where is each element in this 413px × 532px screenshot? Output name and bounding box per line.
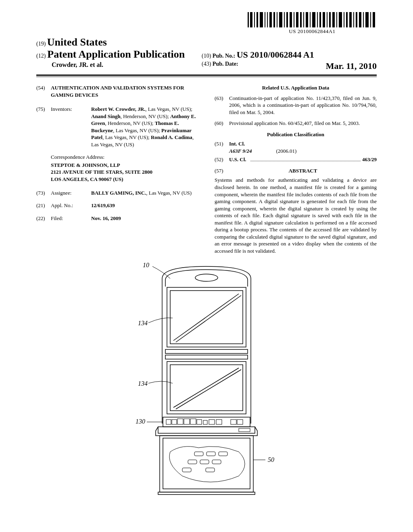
svg-rect-37	[370, 12, 371, 27]
applno-num: (21)	[36, 202, 51, 209]
svg-rect-69	[219, 452, 227, 456]
header: (19) United States (12) Patent Applicati…	[36, 36, 377, 71]
filed-block: (22) Filed: Nov. 16, 2009	[36, 215, 198, 222]
svg-rect-68	[206, 452, 215, 456]
svg-rect-46	[165, 349, 248, 353]
svg-rect-71	[200, 460, 209, 464]
svg-rect-16	[300, 12, 302, 27]
country: United States	[47, 36, 107, 48]
svg-rect-75	[158, 492, 255, 495]
pubdate-value: Mar. 11, 2010	[326, 61, 377, 71]
svg-rect-27	[336, 12, 337, 27]
svg-rect-17	[303, 12, 304, 27]
svg-rect-7	[269, 12, 272, 27]
figure: 10 134 134 130 50	[36, 262, 377, 498]
assignee-num: (73)	[36, 189, 51, 197]
svg-rect-74	[206, 468, 215, 472]
svg-line-50	[173, 368, 239, 407]
svg-rect-35	[363, 12, 364, 27]
svg-rect-36	[365, 12, 369, 27]
svg-rect-22	[319, 12, 321, 27]
intcl-version: (2006.01)	[276, 148, 296, 155]
intcl-label: Int. Cl.	[229, 140, 377, 148]
svg-rect-6	[267, 12, 268, 27]
svg-rect-13	[290, 12, 292, 27]
svg-rect-25	[329, 12, 331, 27]
fig-label-10: 10	[143, 262, 149, 268]
fig-label-134a: 134	[138, 320, 148, 326]
abstract-text: Systems and methods for authenticating a…	[215, 177, 377, 254]
applno-value: 12/619,639	[91, 202, 198, 209]
uscl-num: (52)	[215, 156, 229, 163]
intcl-block: (51) Int. Cl. A63F 9/24 (2006.01)	[215, 140, 377, 154]
pubdate-label: Pub. Date:	[213, 61, 238, 67]
svg-point-39	[195, 274, 218, 281]
rule-thin	[36, 77, 377, 77]
svg-rect-0	[248, 12, 249, 27]
title-num: (54)	[36, 84, 51, 98]
svg-rect-67	[194, 452, 203, 456]
left-column: (54) AUTHENTICATION AND VALIDATION SYSTE…	[36, 84, 198, 254]
pub-num-label: (12)	[36, 53, 46, 59]
svg-rect-8	[273, 12, 275, 27]
assignee-value: BALLY GAMING, INC., Las Vegas, NV (US)	[91, 189, 198, 197]
related-63-num: (63)	[215, 95, 229, 116]
pubno-value: US 2010/0062844 A1	[237, 50, 314, 60]
filed-value: Nov. 16, 2009	[91, 215, 198, 222]
pubno-label: Pub. No.:	[213, 53, 235, 59]
rule-thick	[36, 75, 377, 76]
barcode-text: US 20100062844A1	[248, 28, 377, 35]
svg-rect-56	[184, 419, 190, 424]
svg-rect-70	[188, 460, 197, 464]
title-text: AUTHENTICATION AND VALIDATION SYSTEMS FO…	[51, 84, 198, 98]
country-num: (19)	[36, 41, 46, 47]
related-63: (63) Continuation-in-part of application…	[215, 95, 377, 116]
svg-rect-31	[349, 12, 352, 27]
uscl-dots	[250, 157, 361, 161]
pubclass-heading: Publication Classification	[215, 131, 377, 138]
svg-rect-62	[231, 420, 236, 424]
svg-rect-2	[254, 12, 255, 27]
svg-rect-72	[212, 460, 221, 464]
svg-rect-21	[317, 12, 318, 27]
related-60: (60) Provisional application No. 60/452,…	[215, 120, 377, 127]
title-block: (54) AUTHENTICATION AND VALIDATION SYSTE…	[36, 84, 198, 98]
svg-rect-54	[172, 420, 177, 424]
svg-rect-18	[306, 12, 308, 27]
related-60-text: Provisional application No. 60/452,407, …	[229, 120, 377, 127]
svg-rect-59	[203, 420, 207, 424]
svg-rect-47	[165, 355, 248, 359]
svg-rect-30	[346, 12, 348, 27]
assignee-block: (73) Assignee: BALLY GAMING, INC., Las V…	[36, 189, 198, 197]
correspondence-label: Correspondence Address:	[51, 154, 198, 161]
uscl-block: (52) U.S. Cl. 463/29	[215, 156, 377, 163]
svg-line-44	[173, 294, 239, 341]
inventors-label: Inventors:	[51, 106, 91, 148]
fig-label-130: 130	[136, 418, 145, 425]
inventors-names: Robert W. Crowder, JR., Las Vegas, NV (U…	[91, 106, 198, 148]
barcode-area: US 20100062844A1	[36, 12, 377, 35]
barcode-icon: US 20100062844A1	[248, 12, 377, 35]
author-line: Crowder, JR. et al.	[36, 61, 198, 69]
svg-rect-11	[284, 12, 285, 27]
svg-rect-3	[257, 12, 258, 27]
pubdate-num: (43)	[202, 61, 211, 67]
svg-rect-33	[356, 12, 357, 27]
uscl-label: U.S. Cl.	[229, 156, 246, 163]
fig-label-50: 50	[268, 456, 274, 463]
correspondence-line-0: STEPTOE & JOHNSON, LLP	[51, 162, 198, 169]
inventors-num: (75)	[36, 106, 51, 148]
svg-rect-58	[197, 420, 202, 424]
svg-rect-20	[312, 12, 315, 27]
svg-rect-60	[209, 420, 215, 424]
svg-rect-14	[294, 12, 294, 27]
svg-rect-53	[166, 420, 171, 424]
intcl-num: (51)	[215, 140, 229, 154]
correspondence-line-2: LOS ANGELES, CA 90067 (US)	[51, 176, 198, 183]
related-heading: Related U.S. Application Data	[215, 84, 377, 91]
svg-rect-61	[216, 420, 222, 424]
svg-rect-73	[182, 468, 191, 472]
pubno-num: (10)	[202, 53, 211, 59]
svg-rect-55	[177, 419, 183, 424]
correspondence-line-1: 2121 AVENUE OF THE STARS, SUITE 2800	[51, 168, 198, 176]
